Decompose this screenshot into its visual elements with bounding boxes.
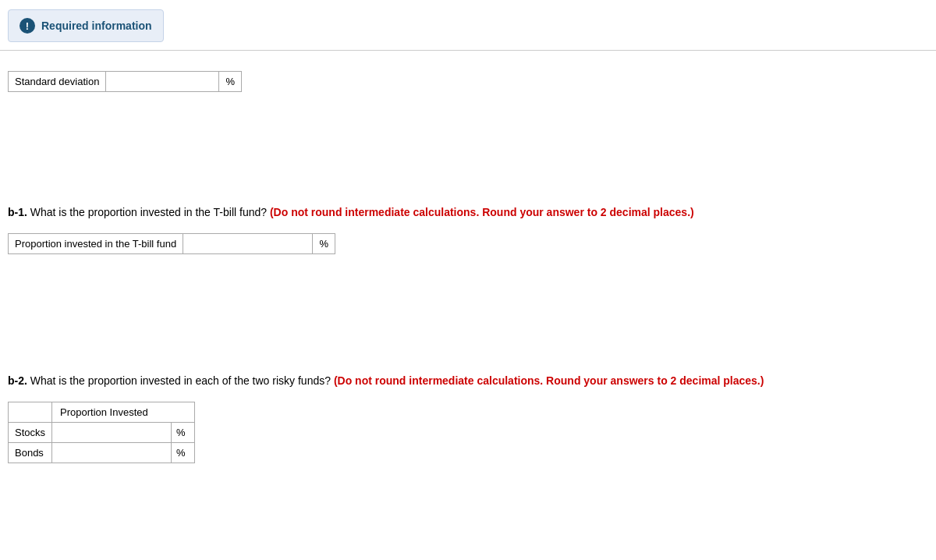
tbill-input-row: Proportion invested in the T-bill fund %: [8, 233, 335, 254]
col-header-proportion: Proportion Invested: [52, 402, 195, 423]
b2-section: b-2. What is the proportion invested in …: [0, 367, 936, 476]
proportion-table: Proportion Invested Stocks % Bonds %: [8, 402, 195, 463]
info-icon: !: [20, 18, 35, 34]
divider: [0, 50, 936, 51]
required-info-banner: ! Required information: [8, 9, 164, 42]
stocks-unit: %: [172, 423, 195, 443]
tbill-unit: %: [312, 234, 335, 253]
col-header-empty: [9, 402, 52, 423]
std-dev-input[interactable]: [106, 72, 218, 91]
b2-red-text: (Do not round intermediate calculations.…: [334, 374, 764, 387]
std-dev-unit: %: [218, 72, 241, 91]
bonds-input-cell: [52, 443, 172, 463]
b1-question-text: What is the proportion invested in the T…: [27, 206, 270, 218]
tbill-label: Proportion invested in the T-bill fund: [9, 234, 183, 253]
required-info-text: Required information: [41, 19, 152, 32]
table-row: Bonds %: [9, 443, 195, 463]
b1-red-text: (Do not round intermediate calculations.…: [270, 206, 694, 218]
std-dev-section: Standard deviation %: [0, 58, 936, 105]
proportion-table-wrapper: Proportion Invested Stocks % Bonds %: [8, 402, 928, 463]
tbill-input[interactable]: [183, 234, 312, 253]
stocks-input[interactable]: [52, 423, 171, 442]
b2-prefix: b-2.: [8, 374, 27, 387]
stocks-label: Stocks: [9, 423, 52, 443]
b1-section: b-1. What is the proportion invested in …: [0, 198, 936, 273]
stocks-input-cell: [52, 423, 172, 443]
b2-question: b-2. What is the proportion invested in …: [8, 373, 928, 389]
std-dev-label: Standard deviation: [9, 72, 106, 91]
b2-question-text: What is the proportion invested in each …: [27, 374, 334, 387]
spacer-2: [0, 273, 936, 367]
std-dev-input-row: Standard deviation %: [8, 71, 242, 92]
spacer-1: [0, 105, 936, 198]
bonds-label: Bonds: [9, 443, 52, 463]
table-row: Stocks %: [9, 423, 195, 443]
b1-question: b-1. What is the proportion invested in …: [8, 204, 928, 221]
bonds-unit: %: [172, 443, 195, 463]
bonds-input[interactable]: [52, 443, 171, 463]
b1-prefix: b-1.: [8, 206, 27, 218]
